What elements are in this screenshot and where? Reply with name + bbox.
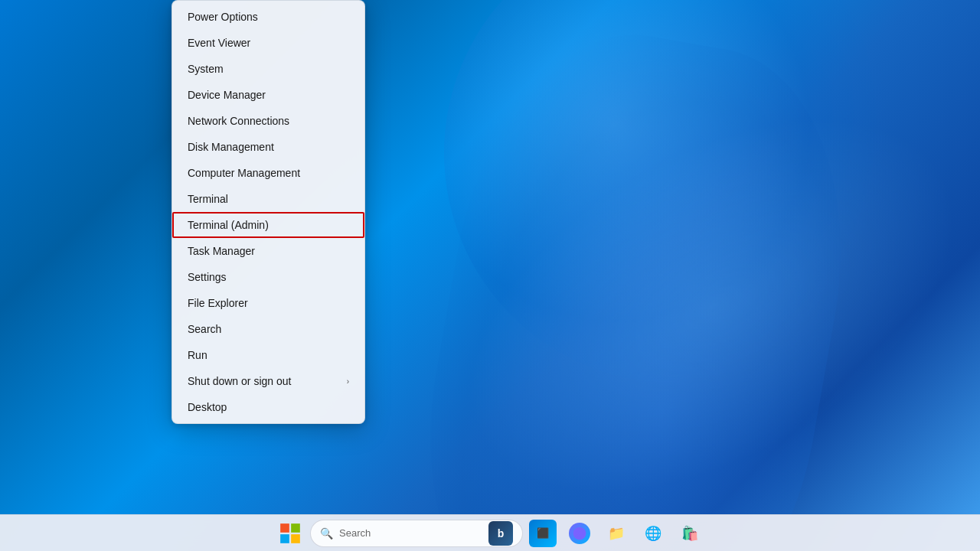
- taskbar: 🔍 Search b ⬛: [0, 514, 980, 551]
- file-explorer-icon: 📁: [606, 523, 626, 543]
- menu-item-settings[interactable]: Settings: [172, 264, 364, 290]
- menu-item-system[interactable]: System: [172, 56, 364, 82]
- file-explorer-button[interactable]: 📁: [599, 517, 633, 550]
- svg-rect-0: [280, 523, 289, 533]
- menu-item-computer-management[interactable]: Computer Management: [172, 160, 364, 186]
- menu-item-power-options[interactable]: Power Options: [172, 4, 364, 30]
- search-bing-thumbnail: b: [488, 521, 513, 546]
- store-icon: 🛍️: [680, 523, 700, 543]
- widgets-button[interactable]: ⬛: [526, 517, 560, 550]
- menu-item-network-connections[interactable]: Network Connections: [172, 108, 364, 134]
- menu-item-terminal[interactable]: Terminal: [172, 186, 364, 212]
- menu-item-event-viewer[interactable]: Event Viewer: [172, 30, 364, 56]
- desktop: Power Options Event Viewer System Device…: [0, 0, 980, 551]
- widgets-icon: ⬛: [529, 520, 557, 547]
- store-button[interactable]: 🛍️: [673, 517, 707, 550]
- copilot-button[interactable]: [563, 517, 596, 550]
- svg-rect-2: [280, 534, 289, 543]
- menu-item-task-manager[interactable]: Task Manager: [172, 238, 364, 264]
- copilot-icon: [569, 523, 590, 544]
- svg-rect-3: [291, 534, 300, 543]
- search-placeholder-text: Search: [339, 527, 371, 539]
- menu-item-desktop[interactable]: Desktop: [172, 394, 364, 420]
- taskbar-search-bar[interactable]: 🔍 Search b: [310, 520, 523, 547]
- menu-item-search[interactable]: Search: [172, 316, 364, 342]
- svg-rect-1: [291, 523, 300, 533]
- edge-button[interactable]: 🌐: [636, 517, 670, 550]
- context-menu: Power Options Event Viewer System Device…: [172, 0, 365, 424]
- menu-item-disk-management[interactable]: Disk Management: [172, 134, 364, 160]
- menu-item-device-manager[interactable]: Device Manager: [172, 82, 364, 108]
- menu-item-terminal-admin[interactable]: Terminal (Admin): [172, 212, 364, 238]
- menu-item-shut-down[interactable]: Shut down or sign out ›: [172, 368, 364, 394]
- windows-logo-icon: [279, 523, 301, 544]
- menu-item-file-explorer[interactable]: File Explorer: [172, 290, 364, 316]
- menu-item-run[interactable]: Run: [172, 342, 364, 368]
- edge-icon: 🌐: [643, 523, 663, 543]
- start-button[interactable]: [273, 517, 307, 550]
- chevron-right-icon: ›: [347, 377, 349, 386]
- search-magnifier-icon: 🔍: [320, 527, 333, 540]
